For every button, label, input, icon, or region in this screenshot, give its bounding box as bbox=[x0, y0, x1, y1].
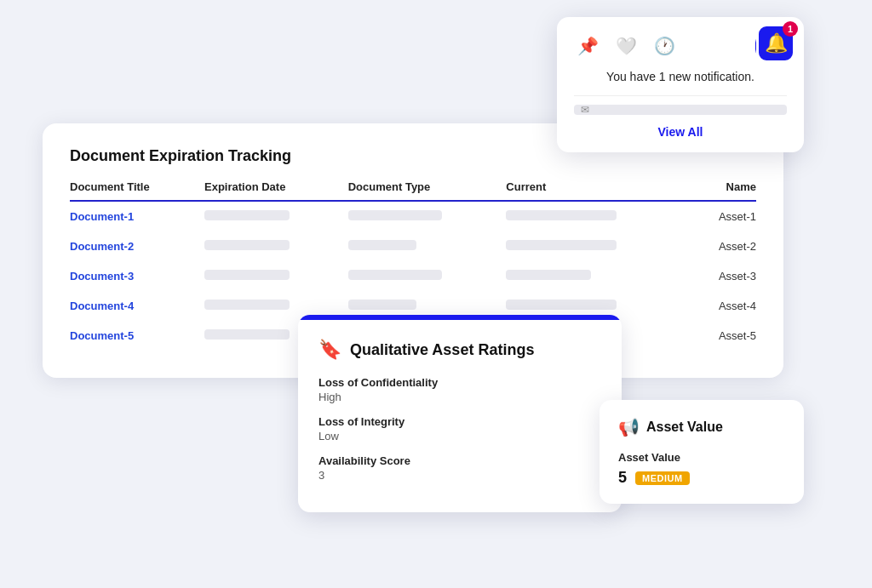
expiration-cell bbox=[204, 231, 348, 261]
qual-label-availability: Availability Score bbox=[318, 454, 601, 467]
current-cell bbox=[506, 261, 692, 291]
col-name: Name bbox=[693, 180, 756, 201]
asset-title-row: 📢 Asset Value bbox=[618, 417, 785, 437]
asset-name: Asset-5 bbox=[693, 321, 756, 351]
asset-value-card: 📢 Asset Value Asset Value 5 MEDIUM bbox=[600, 400, 804, 504]
current-cell bbox=[506, 201, 692, 231]
doc-link[interactable]: Document-4 bbox=[70, 291, 204, 321]
qual-title-row: 🔖 Qualitative Asset Ratings bbox=[318, 339, 601, 361]
table-row: Document-3 Asset-3 bbox=[70, 261, 756, 291]
notif-bar: ✉ bbox=[574, 105, 787, 115]
notification-badge: 1 bbox=[783, 21, 798, 37]
qual-card: 🔖 Qualitative Asset Ratings Loss of Conf… bbox=[298, 315, 622, 512]
qual-card-title: Qualitative Asset Ratings bbox=[350, 341, 534, 359]
doc-link[interactable]: Document-3 bbox=[70, 261, 204, 291]
asset-name: Asset-2 bbox=[693, 231, 756, 261]
medium-badge: MEDIUM bbox=[635, 471, 690, 485]
asset-name: Asset-3 bbox=[693, 261, 756, 291]
heart-icon[interactable]: 🤍 bbox=[616, 36, 637, 56]
notification-icons-row: 📌 🤍 🕐 🔔 bbox=[574, 34, 787, 58]
type-cell bbox=[348, 261, 507, 291]
current-cell bbox=[506, 231, 692, 261]
qual-value-confidentiality: High bbox=[318, 391, 601, 403]
expiration-cell bbox=[204, 201, 348, 231]
qual-row-integrity: Loss of Integrity Low bbox=[318, 415, 601, 442]
col-doc-title: Document Title bbox=[70, 180, 204, 201]
col-current: Current bbox=[506, 180, 692, 201]
doc-link[interactable]: Document-5 bbox=[70, 321, 204, 351]
doc-link[interactable]: Document-2 bbox=[70, 231, 204, 261]
view-all-button[interactable]: View All bbox=[574, 125, 787, 139]
qual-value-availability: 3 bbox=[318, 469, 601, 482]
qual-label-integrity: Loss of Integrity bbox=[318, 415, 601, 428]
clock-icon[interactable]: 🕐 bbox=[654, 36, 675, 56]
asset-label: Asset Value bbox=[618, 451, 785, 464]
asset-icon: 📢 bbox=[618, 417, 640, 437]
bell-button[interactable]: 🔔 1 bbox=[756, 24, 795, 63]
asset-value-row: 5 MEDIUM bbox=[618, 469, 785, 487]
table-row: Document-2 Asset-2 bbox=[70, 231, 756, 261]
asset-number: 5 bbox=[618, 469, 627, 487]
qual-row-availability: Availability Score 3 bbox=[318, 454, 601, 482]
bell-icon: 🔔 bbox=[765, 32, 788, 54]
envelope-icon: ✉ bbox=[581, 104, 589, 116]
bookmark-icon: 🔖 bbox=[318, 339, 341, 361]
asset-card-title: Asset Value bbox=[646, 420, 723, 435]
table-row: Document-1 Asset-1 bbox=[70, 201, 756, 231]
col-expiration-date: Expiration Date bbox=[204, 180, 348, 201]
notification-message: You have 1 new notification. bbox=[574, 70, 787, 83]
asset-name: Asset-1 bbox=[693, 201, 756, 231]
col-doc-type: Document Type bbox=[348, 180, 507, 201]
doc-link[interactable]: Document-1 bbox=[70, 201, 204, 231]
notif-divider bbox=[574, 95, 787, 96]
pin-icon[interactable]: 📌 bbox=[577, 36, 599, 56]
expiration-cell bbox=[204, 261, 348, 291]
qual-row-confidentiality: Loss of Confidentiality High bbox=[318, 376, 601, 403]
qual-label-confidentiality: Loss of Confidentiality bbox=[318, 376, 601, 389]
qual-value-integrity: Low bbox=[318, 430, 601, 442]
type-cell bbox=[348, 231, 507, 261]
asset-name: Asset-4 bbox=[693, 291, 756, 321]
type-cell bbox=[348, 201, 507, 231]
